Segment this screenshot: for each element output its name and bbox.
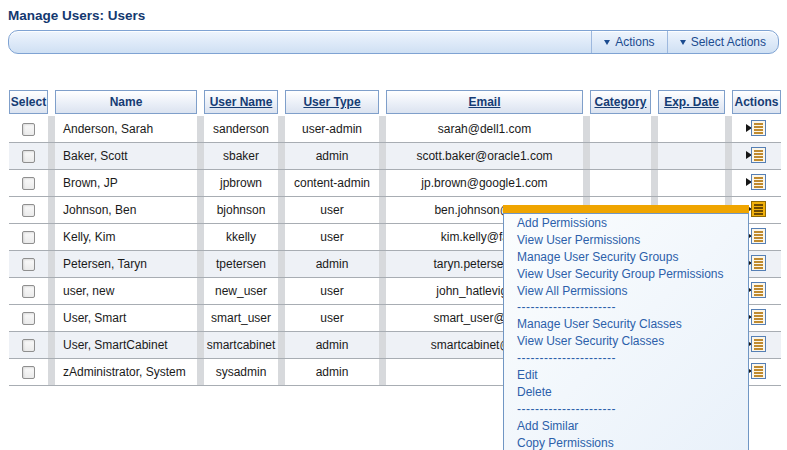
list-glyph — [751, 228, 766, 244]
email-cell: scott.baker@oracle1.com — [386, 143, 583, 169]
column-header-actions: Actions — [732, 90, 781, 114]
user-type-cell: user — [285, 305, 379, 331]
row-select-checkbox[interactable] — [22, 177, 35, 190]
name-cell: Brown, JP — [55, 170, 197, 196]
menu-item-manage-user-security-groups[interactable]: Manage User Security Groups — [504, 249, 748, 266]
column-header-name: Name — [55, 90, 197, 114]
row-actions-icon[interactable] — [746, 147, 767, 165]
select-cell — [9, 224, 48, 250]
row-select-checkbox[interactable] — [22, 258, 35, 271]
user-name-cell: kkelly — [204, 224, 278, 250]
menu-item-add-similar[interactable]: Add Similar — [504, 418, 748, 435]
row-select-checkbox[interactable] — [22, 123, 35, 136]
user-type-cell: user — [285, 197, 379, 223]
row-select-checkbox[interactable] — [22, 150, 35, 163]
select-actions-dropdown-label: Select Actions — [691, 35, 766, 49]
menu-item-view-user-permissions[interactable]: View User Permissions — [504, 232, 748, 249]
list-glyph — [751, 174, 766, 190]
row-select-checkbox[interactable] — [22, 231, 35, 244]
menu-item-copy-permissions[interactable]: Copy Permissions — [504, 435, 748, 450]
user-name-cell: smartcabinet — [204, 332, 278, 358]
select-cell — [9, 143, 48, 169]
name-cell: Johnson, Ben — [55, 197, 197, 223]
user-name-cell: jpbrown — [204, 170, 278, 196]
list-glyph — [751, 363, 766, 379]
list-glyph — [751, 336, 766, 352]
menu-item-add-permissions[interactable]: Add Permissions — [504, 215, 748, 232]
select-cell — [9, 278, 48, 304]
column-header-email[interactable]: Email — [386, 90, 583, 114]
table-row: Brown, JP jpbrown content-admin jp.brown… — [9, 170, 781, 197]
user-type-cell: admin — [285, 332, 379, 358]
list-glyph — [751, 201, 766, 217]
row-actions-icon-active[interactable] — [746, 201, 767, 219]
menu-item-edit[interactable]: Edit — [504, 367, 748, 384]
exp-date-cell — [658, 170, 725, 196]
user-type-cell: user — [285, 278, 379, 304]
column-header-category[interactable]: Category — [590, 90, 651, 114]
actions-dropdown-label: Actions — [615, 35, 654, 49]
row-select-checkbox[interactable] — [22, 366, 35, 379]
user-type-cell: admin — [285, 359, 379, 385]
select-cell — [9, 116, 48, 142]
name-cell: Anderson, Sarah — [55, 116, 197, 142]
user-name-cell: sbaker — [204, 143, 278, 169]
name-cell: Baker, Scott — [55, 143, 197, 169]
column-header-user-name[interactable]: User Name — [204, 90, 278, 114]
row-actions-icon[interactable] — [746, 363, 767, 381]
column-header-user-type[interactable]: User Type — [285, 90, 379, 114]
row-actions-icon[interactable] — [746, 282, 767, 300]
email-cell: jp.brown@google1.com — [386, 170, 583, 196]
select-cell — [9, 197, 48, 223]
name-cell: Petersen, Taryn — [55, 251, 197, 277]
user-name-cell: sanderson — [204, 116, 278, 142]
user-name-cell: smart_user — [204, 305, 278, 331]
table-row: Anderson, Sarah sanderson user-admin sar… — [9, 116, 781, 143]
column-header-exp-date[interactable]: Exp. Date — [658, 90, 725, 114]
menu-item-manage-user-security-classes[interactable]: Manage User Security Classes — [504, 316, 748, 333]
actions-dropdown-button[interactable]: Actions — [591, 31, 666, 53]
table-row: Baker, Scott sbaker admin scott.baker@or… — [9, 143, 781, 170]
user-type-cell: admin — [285, 143, 379, 169]
select-actions-dropdown-button[interactable]: Select Actions — [667, 31, 778, 53]
category-cell — [590, 170, 651, 196]
category-cell — [590, 116, 651, 142]
row-select-checkbox[interactable] — [22, 285, 35, 298]
select-cell — [9, 251, 48, 277]
select-cell — [9, 170, 48, 196]
menu-item-delete[interactable]: Delete — [504, 384, 748, 401]
name-cell: zAdministrator, System — [55, 359, 197, 385]
menu-item-view-user-security-classes[interactable]: View User Security Classes — [504, 333, 748, 350]
caret-down-icon — [680, 40, 686, 45]
caret-down-icon — [604, 40, 610, 45]
row-actions-icon[interactable] — [746, 174, 767, 192]
context-menu-accent-bar — [503, 205, 749, 213]
user-name-cell: sysadmin — [204, 359, 278, 385]
menu-item-view-all-permissions[interactable]: View All Permissions — [504, 283, 748, 300]
menu-item-view-user-security-group-permissions[interactable]: View User Security Group Permissions — [504, 266, 748, 283]
select-cell — [9, 332, 48, 358]
actions-cell — [732, 143, 781, 169]
select-cell — [9, 359, 48, 385]
column-header-select: Select — [9, 90, 48, 114]
row-actions-icon[interactable] — [746, 228, 767, 246]
name-cell: User, SmartCabinet — [55, 332, 197, 358]
row-select-checkbox[interactable] — [22, 312, 35, 325]
name-cell: user, new — [55, 278, 197, 304]
exp-date-cell — [658, 143, 725, 169]
row-actions-icon[interactable] — [746, 255, 767, 273]
user-name-cell: tpetersen — [204, 251, 278, 277]
select-cell — [9, 305, 48, 331]
row-actions-icon[interactable] — [746, 309, 767, 327]
row-actions-icon[interactable] — [746, 120, 767, 138]
list-glyph — [751, 120, 766, 136]
name-cell: Kelly, Kim — [55, 224, 197, 250]
menu-separator: ---------------------- — [504, 401, 748, 418]
context-menu-body: Add Permissions View User Permissions Ma… — [503, 213, 749, 450]
row-select-checkbox[interactable] — [22, 204, 35, 217]
row-actions-icon[interactable] — [746, 336, 767, 354]
exp-date-cell — [658, 116, 725, 142]
category-cell — [590, 143, 651, 169]
list-glyph — [751, 147, 766, 163]
row-select-checkbox[interactable] — [22, 339, 35, 352]
